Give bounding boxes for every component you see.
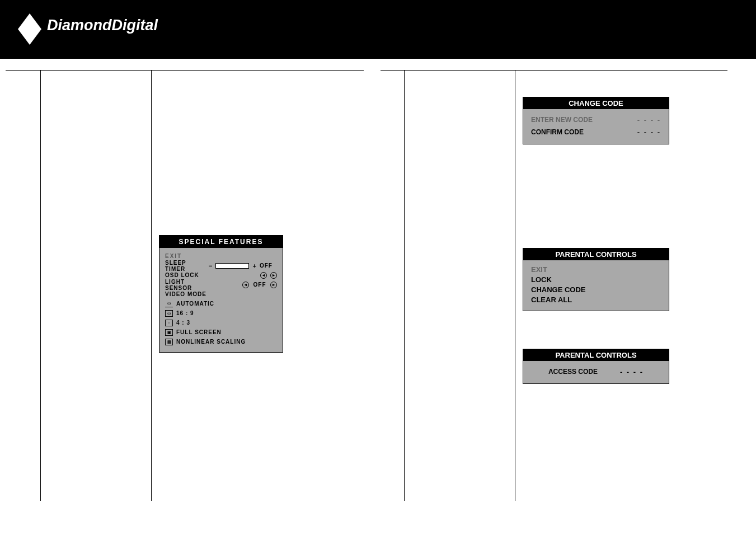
osd-ls-label: LIGHT SENSOR bbox=[165, 279, 211, 291]
osd-sleep-label: SLEEP TIMER bbox=[165, 260, 205, 272]
pc-clear-all[interactable]: CLEAR ALL bbox=[531, 295, 661, 305]
page-banner: DiamondDigital bbox=[0, 0, 756, 59]
osd-videomode-header: VIDEO MODE bbox=[165, 289, 277, 299]
osd-osdlock-label: OSD LOCK bbox=[165, 272, 205, 278]
enter-new-code-label: ENTER NEW CODE bbox=[531, 116, 593, 124]
minus-icon: − bbox=[209, 263, 212, 269]
osd-lightsensor[interactable]: LIGHT SENSOR ◂ OFF ▸ bbox=[165, 280, 277, 289]
osd-parental-controls-menu: PARENTAL CONTROLS EXIT LOCK CHANGE CODE … bbox=[523, 248, 669, 311]
diamond-logo-icon bbox=[16, 12, 44, 48]
right-vrule-2 bbox=[515, 70, 515, 501]
sleep-slider[interactable] bbox=[215, 263, 249, 269]
osd-vm-label: VIDEO MODE bbox=[165, 291, 206, 297]
osd-body: ENTER NEW CODE - - - - CONFIRM CODE - - … bbox=[523, 109, 669, 144]
osd-vm-auto-label: AUTOMATIC bbox=[176, 301, 214, 307]
osd-vm-nl-label: NONLINEAR SCALING bbox=[176, 339, 246, 345]
left-arrow-icon[interactable]: ◂ bbox=[260, 272, 267, 279]
aspect-full-icon: ▣ bbox=[165, 329, 173, 336]
osd-title: PARENTAL CONTROLS bbox=[523, 249, 669, 260]
left-vrule-2 bbox=[151, 70, 152, 501]
aspect-43-icon: ▫ bbox=[165, 320, 173, 326]
osd-vm-169-label: 16 : 9 bbox=[176, 310, 194, 316]
pc-exit[interactable]: EXIT bbox=[531, 265, 661, 275]
osd-special-features: SPECIAL FEATURES EXIT SLEEP TIMER − + OF… bbox=[159, 235, 283, 353]
row-access-code[interactable]: ACCESS CODE - - - - bbox=[531, 366, 661, 378]
page-body: SPECIAL FEATURES EXIT SLEEP TIMER − + OF… bbox=[0, 70, 756, 507]
access-code-label: ACCESS CODE bbox=[548, 368, 598, 376]
osd-sleep-timer[interactable]: SLEEP TIMER − + OFF bbox=[165, 261, 277, 270]
aspect-nonlinear-icon: ▤ bbox=[165, 339, 173, 345]
right-arrow-icon[interactable]: ▸ bbox=[270, 272, 277, 279]
aspect-169-icon: ▭ bbox=[165, 310, 173, 317]
right-arrow-icon[interactable]: ▸ bbox=[270, 282, 277, 288]
osd-vm-automatic[interactable]: ▭ AUTOMATIC bbox=[165, 299, 277, 308]
confirm-code-label: CONFIRM CODE bbox=[531, 128, 584, 136]
right-top-rule bbox=[381, 70, 727, 71]
left-vrule-1 bbox=[40, 70, 41, 501]
osd-change-code: CHANGE CODE ENTER NEW CODE - - - - CONFI… bbox=[523, 97, 669, 144]
aspect-auto-icon: ▭ bbox=[165, 301, 173, 307]
osd-sleep-off: OFF bbox=[260, 263, 273, 269]
left-top-rule bbox=[6, 70, 364, 71]
osd-exit-label: EXIT bbox=[165, 253, 182, 259]
osd-vm-nonlinear[interactable]: ▤ NONLINEAR SCALING bbox=[165, 337, 277, 346]
pc-change-code[interactable]: CHANGE CODE bbox=[531, 285, 661, 295]
pc-lock[interactable]: LOCK bbox=[531, 275, 661, 285]
osd-vm-full[interactable]: ▣ FULL SCREEN bbox=[165, 327, 277, 337]
osd-parental-controls-access: PARENTAL CONTROLS ACCESS CODE - - - - bbox=[523, 349, 669, 384]
osd-title: PARENTAL CONTROLS bbox=[523, 349, 669, 361]
osd-body: EXIT LOCK CHANGE CODE CLEAR ALL bbox=[523, 260, 669, 311]
row-enter-code[interactable]: ENTER NEW CODE - - - - bbox=[531, 114, 661, 126]
osd-body: EXIT SLEEP TIMER − + OFF OSD LOCK ◂ ▸ LI… bbox=[159, 248, 283, 352]
osd-title: SPECIAL FEATURES bbox=[159, 236, 283, 248]
osd-vm-43-label: 4 : 3 bbox=[176, 320, 190, 326]
osd-vm-43[interactable]: ▫ 4 : 3 bbox=[165, 318, 277, 327]
osd-ls-off: OFF bbox=[252, 282, 267, 288]
osd-vm-full-label: FULL SCREEN bbox=[176, 329, 222, 335]
right-vrule-1 bbox=[404, 70, 405, 501]
left-arrow-icon[interactable]: ◂ bbox=[242, 282, 249, 288]
brand-name: DiamondDigital bbox=[47, 17, 158, 34]
code-dashes: - - - - bbox=[637, 128, 661, 137]
osd-title: CHANGE CODE bbox=[523, 97, 669, 109]
code-dashes: - - - - bbox=[620, 368, 644, 376]
row-confirm-code[interactable]: CONFIRM CODE - - - - bbox=[531, 126, 661, 138]
osd-vm-169[interactable]: ▭ 16 : 9 bbox=[165, 308, 277, 318]
plus-icon: + bbox=[252, 263, 256, 269]
osd-body: ACCESS CODE - - - - bbox=[523, 361, 669, 383]
svg-marker-0 bbox=[18, 13, 41, 45]
code-dashes: - - - - bbox=[637, 116, 661, 124]
